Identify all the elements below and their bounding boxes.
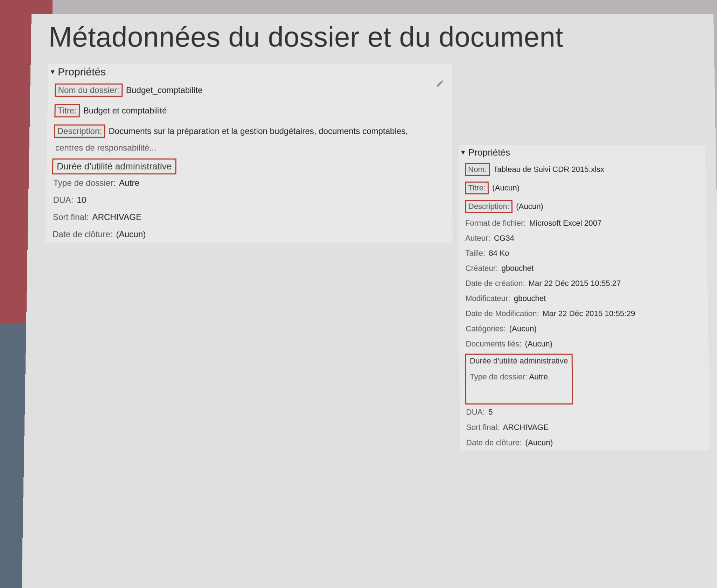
label-folder-title: Titre: <box>54 104 80 117</box>
doc-size-row: Taille: 84 Ko <box>459 246 707 261</box>
label-doc-name: Nom: <box>465 163 490 176</box>
label-doc-modifier: Modificateur: <box>466 294 510 303</box>
value-doc-name: Tableau de Suivi CDR 2015.xlsx <box>493 165 604 174</box>
label-doc-linkeddocs: Documents liés: <box>466 339 521 349</box>
folder-name-row: Nom du dossier: Budget_comptabilite <box>48 80 452 100</box>
folder-title-row: Titre: Budget et comptabilité <box>47 100 452 121</box>
label-doc-author: Auteur: <box>465 233 490 243</box>
label-doc-createdate: Date de création: <box>465 279 525 288</box>
label-doc-title: Titre: <box>465 182 489 195</box>
value-doc-closedate: (Aucun) <box>525 438 553 447</box>
value-doc-dua: 5 <box>488 407 493 417</box>
value-doc-categories: (Aucun) <box>509 324 536 334</box>
value-doc-creator: gbouchet <box>501 264 534 273</box>
collapse-triangle-icon: ▼ <box>460 149 466 156</box>
value-doc-fileformat: Microsoft Excel 2007 <box>529 219 602 228</box>
label-doc-closedate: Date de clôture: <box>466 438 522 447</box>
value-folder-closedate: (Aucun) <box>116 229 146 239</box>
value-doc-modifydate: Mar 22 Déc 2015 10:55:29 <box>543 309 635 318</box>
doc-dua-section-heading: Durée d'utilité administrative <box>470 356 568 366</box>
label-doc-creator: Créateur: <box>465 264 498 273</box>
folder-description-row: Description: Documents sur la préparatio… <box>47 121 452 156</box>
doc-creator-row: Créateur: gbouchet <box>459 261 707 276</box>
value-doc-description: (Aucun) <box>516 202 543 211</box>
label-doc-size: Taille: <box>465 248 485 258</box>
label-folder-description: Description: <box>54 125 105 138</box>
label-folder-dua: DUA: <box>53 195 73 205</box>
edit-icon[interactable] <box>436 79 444 90</box>
properties-heading: Propriétés <box>468 147 510 158</box>
folder-type-row: Type de dossier: Autre <box>46 174 452 191</box>
doc-categories-row: Catégories: (Aucun) <box>459 321 708 336</box>
label-doc-fileformat: Format de fichier: <box>465 219 526 228</box>
value-doc-modifier: gbouchet <box>514 294 546 303</box>
label-doc-sortfinal: Sort final: <box>466 423 499 432</box>
label-folder-sortfinal: Sort final: <box>53 212 89 222</box>
folder-properties-panel: ▼ Propriétés Nom du dossier: Budget_comp… <box>45 64 452 243</box>
folder-closedate-row: Date de clôture: (Aucun) <box>45 226 452 243</box>
label-folder-closedate: Date de clôture: <box>53 229 113 239</box>
folder-sortfinal-row: Sort final: ARCHIVAGE <box>46 209 452 226</box>
doc-modifydate-row: Date de Modification: Mar 22 Déc 2015 10… <box>459 306 708 321</box>
collapse-triangle-icon: ▼ <box>49 68 56 76</box>
panels-container: ▼ Propriétés Nom du dossier: Budget_comp… <box>21 64 717 588</box>
value-doc-size: 84 Ko <box>489 248 509 258</box>
doc-dua-section: Durée d'utilité administrative Type de d… <box>465 354 573 405</box>
label-folder-type: Type de dossier: <box>53 178 116 188</box>
doc-sortfinal-row: Sort final: ARCHIVAGE <box>460 420 710 435</box>
properties-heading: Propriétés <box>58 66 106 78</box>
doc-closedate-row: Date de clôture: (Aucun) <box>460 435 710 450</box>
folder-dua-row: DUA: 10 <box>46 191 452 209</box>
doc-fileformat-row: Format de fichier: Microsoft Excel 2007 <box>459 216 706 231</box>
document-properties-header[interactable]: ▼ Propriétés <box>459 145 705 160</box>
value-doc-author: CG34 <box>494 233 514 243</box>
value-folder-type: Autre <box>119 178 139 188</box>
folder-dua-section-heading: Durée d'utilité administrative <box>52 159 176 175</box>
value-folder-description-line2: centres de responsabilité... <box>54 143 156 153</box>
slide: Métadonnées du dossier et du document ▼ … <box>21 14 717 588</box>
label-doc-modifydate: Date de Modification: <box>466 309 539 318</box>
label-doc-foldertype: Type de dossier: <box>470 372 528 381</box>
label-doc-dua: DUA: <box>466 407 485 417</box>
doc-title-row: Titre: (Aucun) <box>459 179 706 197</box>
doc-author-row: Auteur: CG34 <box>459 231 707 246</box>
value-doc-title: (Aucun) <box>492 183 520 192</box>
value-doc-createdate: Mar 22 Déc 2015 10:55:27 <box>528 279 621 288</box>
doc-createdate-row: Date de création: Mar 22 Déc 2015 10:55:… <box>459 276 708 291</box>
folder-properties-header[interactable]: ▼ Propriétés <box>48 64 452 80</box>
doc-linkeddocs-row: Documents liés: (Aucun) <box>459 336 709 351</box>
doc-dua-row: DUA: 5 <box>460 405 710 420</box>
value-doc-linkeddocs: (Aucun) <box>525 339 552 349</box>
value-folder-name: Budget_comptabilite <box>126 85 203 95</box>
value-folder-sortfinal: ARCHIVAGE <box>92 212 141 222</box>
slide-title: Métadonnées du dossier et du document <box>48 21 714 53</box>
doc-description-row: Description: (Aucun) <box>459 197 706 216</box>
value-doc-sortfinal: ARCHIVAGE <box>503 423 549 432</box>
document-properties-panel: ▼ Propriétés Nom: Tableau de Suivi CDR 2… <box>459 145 710 450</box>
label-doc-description: Description: <box>465 200 513 213</box>
label-folder-name: Nom du dossier: <box>55 84 123 97</box>
doc-modifier-row: Modificateur: gbouchet <box>459 291 708 306</box>
value-folder-description-line1: Documents sur la préparation et la gesti… <box>109 126 408 136</box>
value-folder-dua: 10 <box>77 195 86 205</box>
label-doc-categories: Catégories: <box>466 324 506 334</box>
value-doc-foldertype: Autre <box>529 372 548 381</box>
value-folder-title: Budget et comptabilité <box>83 106 167 115</box>
doc-name-row: Nom: Tableau de Suivi CDR 2015.xlsx <box>459 160 706 179</box>
